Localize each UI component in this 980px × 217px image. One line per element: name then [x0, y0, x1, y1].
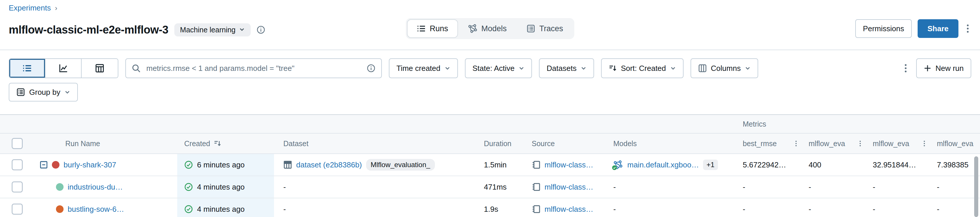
source-link[interactable]: mlflow-class…: [544, 160, 593, 169]
check-circle-icon: [184, 160, 193, 169]
view-mode-toggle-group: [9, 58, 118, 78]
notebook-icon: [532, 205, 541, 214]
run-status-dot: [56, 183, 64, 191]
col-header-mlflow-eva-1[interactable]: mlflow_eva: [808, 139, 845, 148]
chevron-down-icon: [670, 65, 676, 71]
col-header-duration[interactable]: Duration: [484, 139, 512, 148]
table-row: bustling-sow-6… 4 minutes ago - 1.9s mlf…: [0, 198, 980, 217]
tab-traces[interactable]: Traces: [517, 19, 573, 38]
breadcrumb-separator: ›: [55, 4, 57, 12]
sort-icon: [609, 64, 617, 72]
chevron-down-icon: [444, 65, 450, 71]
columns-button[interactable]: Columns: [690, 58, 759, 78]
col-header-mlflow-eva-3[interactable]: mlflow_eva: [937, 139, 973, 148]
notebook-icon: [532, 183, 541, 191]
metric-mlflow-eva-3: 7.398385: [937, 160, 968, 169]
col-header-run-name[interactable]: Run Name: [65, 139, 100, 148]
chevron-down-icon: [64, 89, 70, 95]
time-created-filter[interactable]: Time created: [389, 58, 458, 78]
run-duration: 1.5min: [484, 160, 507, 169]
select-all-checkbox[interactable]: [12, 138, 23, 149]
run-duration: 471ms: [484, 183, 507, 191]
dataset-context-tag: Mlflow_evaluation_: [366, 159, 435, 171]
group-by-row: Group by: [9, 83, 78, 102]
toolbar-overflow-menu-icon[interactable]: [902, 61, 909, 75]
col-header-best-rmse[interactable]: best_rmse: [743, 139, 777, 148]
state-filter[interactable]: State: Active: [465, 58, 532, 78]
column-group-header-row: Metrics: [0, 114, 980, 133]
chevron-down-icon: [745, 65, 751, 71]
model-extra-count[interactable]: +1: [703, 160, 718, 170]
dataset-empty: -: [283, 183, 286, 191]
breadcrumb-experiments-link[interactable]: Experiments: [9, 3, 51, 13]
share-label: Share: [928, 24, 948, 33]
models-empty: -: [613, 205, 616, 214]
row-checkbox[interactable]: [12, 159, 23, 170]
overflow-menu-icon[interactable]: [964, 22, 971, 35]
check-circle-icon: [184, 183, 193, 191]
search-icon: [132, 64, 140, 73]
col-header-mlflow-eva-2[interactable]: mlflow_eva: [873, 139, 909, 148]
metrics-group-label: Metrics: [736, 120, 980, 128]
runs-list-icon: [417, 24, 426, 33]
tab-runs[interactable]: Runs: [407, 19, 458, 38]
category-badge[interactable]: Machine learning: [174, 23, 251, 37]
header-divider: [0, 49, 980, 50]
row-checkbox[interactable]: [12, 182, 23, 193]
tab-models[interactable]: Models: [458, 19, 517, 38]
plus-icon: [924, 64, 931, 72]
models-graph-icon: [468, 24, 477, 33]
model-link[interactable]: main.default.xgboo…: [627, 160, 699, 169]
dataset-link[interactable]: dataset (e2b8386b): [296, 160, 362, 169]
metric-mlflow-eva-1: 400: [808, 160, 821, 169]
metric-mlflow-eva-2: -: [873, 205, 875, 214]
source-link[interactable]: mlflow-class…: [544, 183, 593, 191]
dataset-table-icon: [283, 160, 292, 169]
source-link[interactable]: mlflow-class…: [544, 205, 593, 214]
row-checkbox[interactable]: [12, 204, 23, 215]
search-input[interactable]: [145, 63, 362, 73]
col-header-created[interactable]: Created: [184, 139, 210, 148]
vertical-scrollbar[interactable]: [974, 156, 978, 217]
metric-best-rmse: -: [743, 183, 745, 191]
chevron-down-icon: [239, 26, 245, 34]
permissions-label: Permissions: [863, 24, 904, 33]
share-button[interactable]: Share: [918, 19, 958, 38]
sort-button[interactable]: Sort: Created: [601, 58, 684, 78]
time-created-label: Time created: [396, 64, 441, 73]
datasets-filter[interactable]: Datasets: [539, 58, 594, 78]
run-name-link[interactable]: industrious-du…: [68, 183, 123, 191]
group-by-icon: [16, 88, 25, 97]
runs-table: Metrics Run Name Created Dataset Duratio…: [0, 114, 980, 217]
models-empty: -: [613, 183, 616, 191]
registered-model-icon: [613, 160, 623, 169]
chart-view-toggle[interactable]: [46, 59, 82, 78]
column-menu-icon[interactable]: [859, 140, 861, 147]
column-menu-icon[interactable]: [795, 140, 797, 147]
info-icon[interactable]: [256, 26, 265, 34]
list-view-toggle[interactable]: [10, 59, 46, 78]
col-header-source[interactable]: Source: [532, 139, 555, 148]
group-by-button[interactable]: Group by: [9, 83, 78, 102]
columns-icon: [698, 64, 707, 73]
runs-search: [125, 58, 382, 78]
model-check-badge-icon: [612, 165, 617, 170]
search-info-icon[interactable]: [367, 64, 375, 73]
notebook-icon: [532, 160, 541, 169]
col-header-dataset[interactable]: Dataset: [283, 139, 309, 148]
created-time: 6 minutes ago: [197, 160, 245, 169]
run-name-link[interactable]: burly-shark-307: [64, 160, 116, 169]
sort-desc-icon[interactable]: [214, 140, 221, 147]
permissions-button[interactable]: Permissions: [855, 19, 912, 38]
mlflow-experiment-page: Experiments › mlflow-classic-ml-e2e-mlfl…: [0, 0, 980, 217]
column-menu-icon[interactable]: [923, 140, 925, 147]
table-view-toggle[interactable]: [82, 59, 118, 78]
metric-best-rmse: 5.6722942…: [743, 160, 786, 169]
group-by-label: Group by: [29, 88, 60, 97]
new-run-button[interactable]: New run: [916, 58, 971, 78]
chevron-down-icon: [519, 65, 524, 71]
collapse-run-icon[interactable]: [40, 161, 48, 169]
new-run-label: New run: [935, 64, 964, 73]
run-name-link[interactable]: bustling-sow-6…: [68, 205, 124, 214]
col-header-models[interactable]: Models: [613, 139, 637, 148]
